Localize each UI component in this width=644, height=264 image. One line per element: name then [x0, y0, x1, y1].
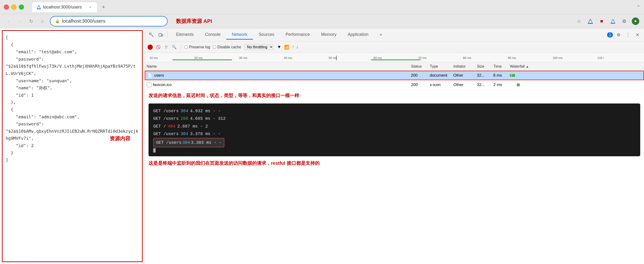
profile-icon[interactable]: ●	[632, 18, 639, 25]
bookmark-icon[interactable]: ☆	[575, 18, 583, 25]
row-name-users: 📄 users	[147, 73, 411, 78]
toolbar-separator-1	[167, 32, 168, 38]
tick-80ms: 80 ms	[463, 56, 508, 60]
waterfall-bar-favicon	[517, 83, 520, 86]
extensions-button[interactable]: ⚙	[620, 18, 628, 25]
tab-bar: localhost:3000/users × +	[32, 2, 634, 12]
network-table-header: Name Status Type Initiator Size Time Wat…	[145, 62, 644, 71]
row-status-favicon: 200	[411, 83, 430, 87]
devtools-tabs: Elements Console Network Sources Perform…	[170, 30, 605, 40]
row-checkbox-favicon[interactable]	[147, 83, 151, 87]
traffic-lights	[4, 5, 24, 10]
devtools-more-icon[interactable]: ⋮	[624, 31, 632, 39]
term-highlighted-line: GET /users 304 3.303 ms - -	[153, 138, 224, 147]
term-rest-5: 3.303 ms - -	[191, 139, 222, 146]
tab-application[interactable]: Application	[342, 30, 374, 40]
row-type-users: document	[430, 73, 453, 78]
devtools-toolbar: Elements Console Network Sources Perform…	[145, 28, 644, 42]
search-button[interactable]: 🔍	[172, 45, 177, 50]
title-bar: localhost:3000/users × + ⌃	[0, 0, 644, 14]
terminal-line-1: GET /users 304 4.932 ms - -	[153, 107, 636, 115]
tab-sources[interactable]: Sources	[253, 30, 280, 40]
window-expand[interactable]: ⌃	[637, 5, 640, 10]
new-tab-button[interactable]: +	[99, 3, 108, 11]
page-annotation: 数据库资源 API	[176, 18, 212, 25]
device-toolbar-icon[interactable]	[157, 31, 164, 39]
header-waterfall: Waterfall ▲	[510, 64, 642, 69]
back-button[interactable]: ‹	[5, 18, 12, 25]
tab-performance[interactable]: Performance	[280, 30, 316, 40]
row-size-users: 32...	[477, 73, 493, 78]
term-status-404: 404	[168, 123, 175, 130]
disable-cache-input[interactable]	[213, 46, 216, 49]
console-badge: 1	[607, 32, 613, 38]
wifi-icon: 📶	[284, 45, 289, 50]
sort-icon[interactable]: ▲	[526, 65, 529, 68]
secure-icon: 🔒	[55, 19, 60, 23]
term-status-200: 200	[180, 115, 188, 122]
inspect-element-icon[interactable]	[148, 31, 155, 39]
header-size: Size	[477, 64, 493, 69]
url-bar[interactable]: 🔒 localhost:3000/users	[50, 16, 168, 27]
terminal-line-2: GET /users 200 4.685 ms - 312	[153, 115, 636, 122]
terminal-panel: GET /users 304 4.932 ms - - GET /users 2…	[148, 104, 640, 156]
preserve-log-input[interactable]	[184, 46, 188, 49]
devtools-panel: Elements Console Network Sources Perform…	[145, 28, 644, 264]
forward-button[interactable]: ›	[16, 18, 24, 25]
svg-rect-6	[150, 33, 151, 35]
clear-button[interactable]: 🚫	[156, 45, 161, 50]
tick-10ms: 10 ms	[150, 56, 194, 60]
tab-network[interactable]: Network	[226, 30, 253, 40]
home-button[interactable]: ⌂	[38, 18, 46, 25]
disable-cache-label: Disable cache	[218, 45, 241, 49]
term-status-304-2: 304	[180, 130, 188, 138]
term-text-4: GET /users	[153, 130, 179, 138]
tab-title: localhost:3000/users	[43, 5, 86, 10]
preserve-log-checkbox[interactable]: Preserve log	[184, 45, 210, 49]
header-type: Type	[430, 64, 453, 69]
row-size-favicon: 32...	[477, 83, 493, 87]
devtools-close-icon[interactable]: ✕	[634, 31, 641, 39]
extension-icon2[interactable]	[609, 18, 617, 25]
row-initiator-favicon: Other	[453, 83, 477, 87]
row-status-users: 200	[411, 73, 430, 78]
term-rest-2: 4.685 ms - 312	[190, 115, 226, 122]
tab-more[interactable]: »	[374, 30, 388, 40]
row-waterfall-favicon	[510, 83, 642, 86]
address-right-icons: ☆ ■ ⚙ ●	[575, 18, 639, 25]
table-row[interactable]: favicon.ico 200 x-icon Other 32... 2 ms	[145, 80, 644, 90]
timeline-green-bar-1	[172, 59, 232, 60]
record-button[interactable]	[148, 45, 153, 50]
waterfall-received	[512, 74, 515, 77]
term-rest-3: 2.687 ms - 2	[177, 123, 208, 130]
svg-rect-7	[159, 34, 161, 37]
term-rest-1: 4.932 ms - -	[190, 107, 220, 115]
tab-close-button[interactable]: ×	[88, 5, 92, 10]
row-time-users: 6 ms	[493, 73, 510, 78]
devtools-settings-icon[interactable]: ⚙	[615, 31, 622, 39]
filter-button[interactable]: ▽	[164, 45, 169, 50]
preserve-log-label: Preserve log	[189, 45, 210, 49]
extension-icon1[interactable]: ■	[598, 18, 606, 25]
tab-console[interactable]: Console	[199, 30, 226, 40]
reload-button[interactable]: ↻	[27, 18, 35, 25]
term-text-3: GET /	[153, 123, 166, 130]
browser-tab[interactable]: localhost:3000/users ×	[32, 2, 98, 12]
term-text-1: GET /users	[153, 107, 179, 115]
close-button[interactable]	[4, 5, 9, 10]
tab-memory[interactable]: Memory	[316, 30, 342, 40]
tab-favicon	[36, 5, 41, 10]
throttle-select[interactable]: No throttling	[244, 44, 273, 50]
timeline-header: 10 ms 20 ms 30 ms 40 ms 50 ms 60 ms 70 m…	[145, 53, 644, 62]
network-sep	[180, 44, 181, 51]
tick-50ms: 50 ms	[328, 56, 373, 60]
disable-cache-checkbox[interactable]: Disable cache	[213, 45, 241, 49]
tick-70ms: 70 ms	[418, 56, 463, 60]
tab-elements[interactable]: Elements	[170, 30, 199, 40]
maximize-button[interactable]	[19, 5, 24, 10]
minimize-button[interactable]	[11, 5, 16, 10]
vuetify-icon[interactable]	[586, 18, 594, 25]
table-row[interactable]: 📄 users 200 document Other 32... 6 ms	[145, 71, 644, 80]
tick-30ms: 30 ms	[239, 56, 284, 60]
upload-download-icons: ↑ ↓	[292, 45, 298, 50]
